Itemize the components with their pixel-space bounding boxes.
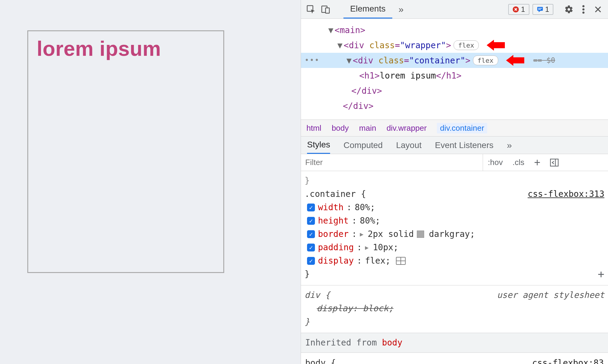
devtools-panel: Elements » 1 1 ▼<main> xyxy=(301,0,608,364)
css-property-row[interactable]: ✓ border: ▶2px solid darkgray; xyxy=(305,228,604,241)
color-swatch-icon[interactable] xyxy=(417,231,424,238)
tab-styles[interactable]: Styles xyxy=(307,136,330,154)
settings-icon[interactable] xyxy=(563,4,575,15)
property-checkbox[interactable]: ✓ xyxy=(307,204,315,211)
tab-computed[interactable]: Computed xyxy=(343,140,383,150)
dom-tree[interactable]: ▼<main> ▼<div class="wrapper"> flex ••• … xyxy=(301,19,608,120)
source-link[interactable]: css-flexbox:83 xyxy=(532,356,604,364)
message-icon xyxy=(537,6,543,13)
rule-close-brace: } xyxy=(305,174,604,187)
svg-rect-5 xyxy=(538,8,542,8)
css-property-row[interactable]: ✓ display: flex; xyxy=(305,254,604,268)
svg-rect-4 xyxy=(537,7,542,11)
chevron-down-icon[interactable]: ▼ xyxy=(328,25,335,35)
property-checkbox[interactable]: ✓ xyxy=(307,244,315,251)
tab-layout[interactable]: Layout xyxy=(396,140,421,150)
dom-row-container[interactable]: ••• ▼<div class="container"> flex == $0 xyxy=(301,53,608,68)
source-link[interactable]: css-flexbox:313 xyxy=(528,187,604,201)
styles-filter-input[interactable] xyxy=(301,154,483,171)
property-checkbox[interactable]: ✓ xyxy=(307,217,315,225)
styles-pane[interactable]: } .container { css-flexbox:313 ✓ width: … xyxy=(301,171,608,364)
new-style-rule-button[interactable]: + xyxy=(529,154,545,171)
overridden-property: display: block; xyxy=(317,303,394,313)
rendered-page-preview: lorem ipsum xyxy=(0,0,301,364)
breadcrumb-item[interactable]: div.wrapper xyxy=(387,123,427,133)
rule-user-agent: div { user agent stylesheet xyxy=(305,288,604,302)
rule-close-brace: } xyxy=(305,268,310,281)
svg-rect-10 xyxy=(550,159,558,166)
property-checkbox[interactable]: ✓ xyxy=(307,257,315,265)
hov-toggle[interactable]: :hov xyxy=(483,154,508,171)
rendered-heading: lorem ipsum xyxy=(37,37,161,267)
breadcrumb-item[interactable]: body xyxy=(332,123,349,133)
expand-shorthand-icon[interactable]: ▶ xyxy=(360,228,365,241)
svg-rect-2 xyxy=(326,8,329,13)
rule-close-brace: } xyxy=(305,315,604,329)
breadcrumb-item[interactable]: html xyxy=(306,123,321,133)
tab-elements[interactable]: Elements xyxy=(343,0,392,19)
tab-event-listeners[interactable]: Event Listeners xyxy=(435,140,494,150)
inspect-icon[interactable] xyxy=(305,4,317,15)
ua-source-label: user agent stylesheet xyxy=(497,288,604,302)
styles-filter-bar: :hov .cls + xyxy=(301,154,608,171)
ellipsis-icon[interactable]: ••• xyxy=(305,56,319,65)
dom-row-h1[interactable]: <h1>lorem ipsum</h1> xyxy=(301,68,608,83)
inherited-section: Inherited from body xyxy=(301,333,608,353)
css-property-row[interactable]: ✓ padding: ▶10px; xyxy=(305,241,604,254)
error-icon xyxy=(512,6,519,13)
tabs-overflow-icon[interactable]: » xyxy=(395,4,407,15)
kebab-menu-icon[interactable] xyxy=(578,4,589,15)
chevron-down-icon[interactable]: ▼ xyxy=(346,56,353,66)
subtabs-overflow-icon[interactable]: » xyxy=(507,140,512,150)
devtools-toolbar: Elements » 1 1 xyxy=(301,0,608,19)
computed-sidebar-toggle-icon[interactable] xyxy=(545,154,563,171)
svg-point-7 xyxy=(583,5,585,7)
messages-count: 1 xyxy=(545,5,549,14)
breadcrumb-item-selected[interactable]: div.container xyxy=(437,123,487,133)
messages-badge[interactable]: 1 xyxy=(532,4,553,15)
css-property-row[interactable]: ✓ width: 80%; xyxy=(305,201,604,214)
errors-count: 1 xyxy=(521,5,525,14)
selection-indicator: == $0 xyxy=(533,56,555,65)
chevron-down-icon[interactable]: ▼ xyxy=(337,40,344,50)
annotation-arrow-icon xyxy=(487,41,505,49)
dom-row-div-close[interactable]: </div> xyxy=(301,98,608,113)
breadcrumb-item[interactable]: main xyxy=(359,123,376,133)
flex-badge[interactable]: flex xyxy=(473,56,498,65)
dom-row-main[interactable]: ▼<main> xyxy=(301,22,608,38)
add-property-button[interactable]: + xyxy=(598,268,604,281)
property-checkbox[interactable]: ✓ xyxy=(307,230,315,238)
dom-row-div-close[interactable]: </div> xyxy=(301,83,608,98)
svg-point-9 xyxy=(583,12,585,14)
css-property-row[interactable]: ✓ height: 80%; xyxy=(305,214,604,228)
flex-badge[interactable]: flex xyxy=(454,40,479,50)
flex-editor-icon[interactable] xyxy=(396,257,406,265)
errors-badge[interactable]: 1 xyxy=(508,4,529,15)
breadcrumb: html body main div.wrapper div.container xyxy=(301,120,608,136)
expand-shorthand-icon[interactable]: ▶ xyxy=(365,241,370,254)
svg-point-8 xyxy=(583,8,585,10)
rendered-container: lorem ipsum xyxy=(27,30,224,273)
rule-body[interactable]: body { css-flexbox:83 xyxy=(305,355,604,364)
close-icon[interactable] xyxy=(592,4,604,15)
dom-row-wrapper[interactable]: ▼<div class="wrapper"> flex xyxy=(301,38,608,53)
rule-container[interactable]: .container { css-flexbox:313 xyxy=(305,187,604,201)
styles-subtabs: Styles Computed Layout Event Listeners » xyxy=(301,136,608,154)
svg-rect-6 xyxy=(538,9,541,10)
annotation-arrow-icon xyxy=(506,56,524,65)
cls-toggle[interactable]: .cls xyxy=(508,154,529,171)
device-toggle-icon[interactable] xyxy=(320,4,331,15)
